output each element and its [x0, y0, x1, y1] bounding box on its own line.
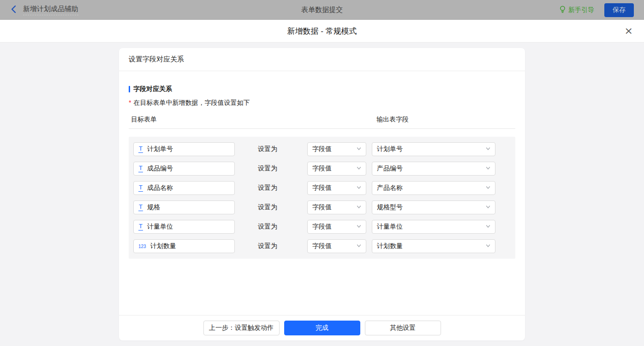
section-accent-bar [129, 86, 130, 92]
modal-body: 设置字段对应关系 字段对应关系 * 在目标表单中新增数据，字段值设置如下 目标表… [0, 42, 644, 346]
value-type-selected: 字段值 [312, 203, 332, 212]
section-title: 字段对应关系 [129, 85, 515, 93]
set-as-label: 设置为 [258, 203, 277, 212]
target-field-input[interactable]: T 成品编号 [133, 162, 235, 176]
output-field-selected: 计划单号 [377, 145, 403, 153]
field-mapping-row: T 计划单号 设置为 字段值 计划单号 [133, 142, 511, 156]
settings-card: 设置字段对应关系 字段对应关系 * 在目标表单中新增数据，字段值设置如下 目标表… [119, 48, 525, 340]
target-field-label: 计量单位 [147, 223, 173, 231]
save-button[interactable]: 保存 [604, 3, 634, 17]
beginner-guide-link[interactable]: 新手引导 [559, 5, 594, 15]
output-field-select[interactable]: 规格型号 [372, 200, 495, 214]
description-text: 在目标表单中新增数据，字段值设置如下 [133, 99, 250, 107]
output-field-select[interactable]: 计划数量 [372, 239, 495, 253]
value-type-selected: 字段值 [312, 164, 332, 173]
beginner-guide-label: 新手引导 [568, 6, 594, 14]
column-header-target-form: 目标表单 [131, 115, 157, 124]
field-rows: T 计划单号 设置为 字段值 计划单号 T 成品编号 设置为 字段值 [129, 137, 515, 259]
value-type-select[interactable]: 字段值 [307, 220, 366, 234]
set-as-label: 设置为 [258, 145, 277, 153]
target-field-label: 计划单号 [147, 145, 173, 153]
chevron-down-icon [485, 243, 491, 250]
target-field-input[interactable]: T 计划单号 [133, 142, 235, 156]
text-field-icon: T [138, 223, 143, 231]
column-separator [129, 128, 515, 129]
chevron-down-icon [356, 204, 362, 211]
chevron-down-icon [485, 165, 491, 172]
target-field-input[interactable]: T 计量单位 [133, 220, 235, 234]
output-field-selected: 计量单位 [377, 223, 403, 231]
target-field-label: 成品编号 [147, 164, 173, 173]
flow-title[interactable]: 新增计划成品辅助 [23, 5, 78, 15]
field-mapping-row: T 计量单位 设置为 字段值 计量单位 [133, 220, 511, 234]
value-type-selected: 字段值 [312, 242, 332, 250]
chevron-down-icon [356, 146, 362, 153]
text-field-icon: T [138, 146, 143, 153]
chevron-down-icon [356, 184, 362, 192]
card-footer: 上一步：设置触发动作 完成 其他设置 [119, 315, 525, 340]
value-type-selected: 字段值 [312, 145, 332, 153]
chevron-down-icon [485, 223, 491, 231]
chevron-down-icon [485, 146, 491, 153]
chevron-down-icon [356, 223, 362, 231]
chevron-down-icon [356, 165, 362, 172]
field-mapping-row: T 规格 设置为 字段值 规格型号 [133, 200, 511, 214]
output-field-selected: 计划数量 [377, 242, 403, 250]
back-chevron-icon [10, 5, 18, 15]
output-field-selected: 产品名称 [377, 184, 403, 192]
output-field-selected: 产品编号 [377, 164, 403, 173]
number-field-icon: 123 [138, 244, 146, 249]
target-field-input[interactable]: T 规格 [133, 200, 235, 214]
close-icon[interactable]: × [625, 26, 633, 36]
text-field-icon: T [138, 204, 143, 211]
target-field-label: 规格 [147, 203, 160, 212]
value-type-selected: 字段值 [312, 184, 332, 192]
column-header-output-field: 输出表字段 [376, 115, 409, 124]
section-label: 字段对应关系 [133, 85, 172, 93]
description-row: * 在目标表单中新增数据，字段值设置如下 [129, 99, 515, 107]
target-field-input[interactable]: T 成品名称 [133, 181, 235, 195]
lightbulb-icon [559, 5, 566, 15]
topbar: 新增计划成品辅助 表单数据提交 新手引导 保存 [0, 0, 644, 20]
value-type-select[interactable]: 字段值 [307, 181, 366, 195]
value-type-select[interactable]: 字段值 [307, 142, 366, 156]
previous-step-button[interactable]: 上一步：设置触发动作 [203, 321, 280, 335]
chevron-down-icon [485, 184, 491, 192]
output-field-selected: 规格型号 [377, 203, 403, 212]
card-body: 字段对应关系 * 在目标表单中新增数据，字段值设置如下 目标表单 输出表字段 T… [119, 71, 525, 315]
text-field-icon: T [138, 165, 143, 172]
other-settings-button[interactable]: 其他设置 [365, 321, 441, 335]
chevron-down-icon [485, 204, 491, 211]
node-title: 表单数据提交 [0, 6, 644, 14]
output-field-select[interactable]: 产品编号 [372, 162, 495, 176]
output-field-select[interactable]: 计量单位 [372, 220, 495, 234]
output-field-select[interactable]: 计划单号 [372, 142, 495, 156]
column-headers: 目标表单 输出表字段 [129, 115, 515, 125]
set-as-label: 设置为 [258, 184, 277, 192]
value-type-selected: 字段值 [312, 223, 332, 231]
output-field-select[interactable]: 产品名称 [372, 181, 495, 195]
target-field-input[interactable]: 123 计划数量 [133, 239, 235, 253]
set-as-label: 设置为 [258, 164, 277, 173]
target-field-label: 计划数量 [150, 242, 176, 250]
value-type-select[interactable]: 字段值 [307, 162, 366, 176]
chevron-down-icon [356, 243, 362, 250]
card-header-title: 设置字段对应关系 [119, 48, 525, 71]
set-as-label: 设置为 [258, 223, 277, 231]
modal-title: 新增数据 - 常规模式 [287, 26, 357, 36]
text-field-icon: T [138, 184, 143, 192]
field-mapping-row: T 成品编号 设置为 字段值 产品编号 [133, 162, 511, 176]
target-field-label: 成品名称 [147, 184, 173, 192]
done-button[interactable]: 完成 [284, 321, 360, 335]
modal-titlebar: 新增数据 - 常规模式 × [0, 20, 644, 42]
required-asterisk: * [129, 99, 131, 106]
set-as-label: 设置为 [258, 242, 277, 250]
field-mapping-row: T 成品名称 设置为 字段值 产品名称 [133, 181, 511, 195]
back-button[interactable] [10, 5, 18, 15]
value-type-select[interactable]: 字段值 [307, 200, 366, 214]
value-type-select[interactable]: 字段值 [307, 239, 366, 253]
field-mapping-row: 123 计划数量 设置为 字段值 计划数量 [133, 239, 511, 253]
